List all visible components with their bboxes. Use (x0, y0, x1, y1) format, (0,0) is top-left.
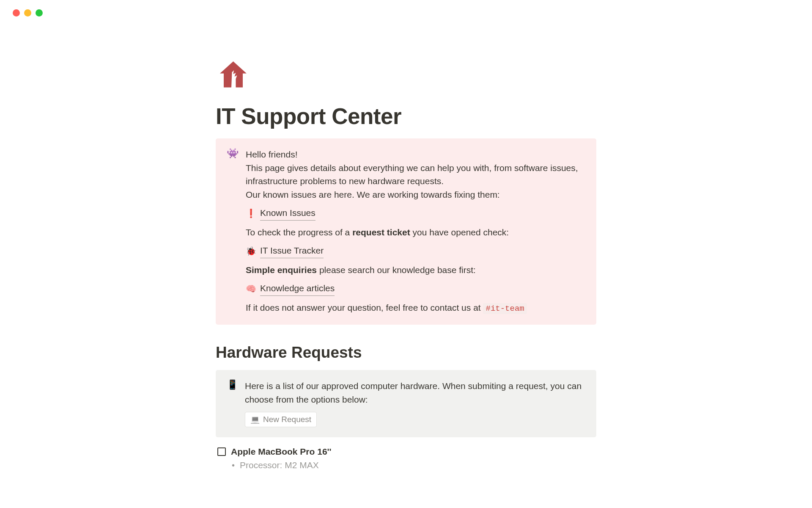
known-issues-link-label: Known Issues (260, 206, 315, 221)
simple-enquiries-suffix: please search our knowledge base first: (317, 265, 476, 275)
known-issues-link[interactable]: ❗ Known Issues (246, 206, 585, 221)
hardware-spec-row: • Processor: M2 MAX (216, 460, 596, 470)
contact-channel-tag[interactable]: #it-team (483, 303, 527, 314)
exclamation-icon: ❗ (246, 209, 256, 218)
intro-greeting: Hello friends! (246, 148, 585, 161)
ticket-check-text: To check the progress of a request ticke… (246, 226, 585, 239)
window-maximize-button[interactable] (36, 9, 43, 17)
page-icon-house-damaged[interactable] (217, 59, 249, 91)
hardware-item-name: Apple MacBook Pro 16'' (231, 447, 332, 457)
hardware-item-row[interactable]: Apple MacBook Pro 16'' (216, 447, 596, 457)
contact-text: If it does not answer your question, fee… (246, 301, 585, 315)
hardware-spec-processor: Processor: M2 MAX (240, 460, 319, 470)
page-content: IT Support Center 👾 Hello friends! This … (216, 17, 596, 470)
hardware-callout: 📱 Here is a list of our approved compute… (216, 370, 596, 437)
intro-callout: 👾 Hello friends! This page gives details… (216, 138, 596, 325)
hardware-callout-body: Here is a list of our approved computer … (245, 379, 585, 427)
intro-description: This page gives details about everything… (246, 161, 585, 188)
checkbox[interactable] (217, 447, 226, 456)
simple-enquiries-bold: Simple enquiries (246, 265, 317, 275)
ticket-check-suffix: you have opened check: (410, 227, 509, 237)
new-request-label: New Request (263, 415, 311, 424)
hardware-requests-heading: Hardware Requests (216, 344, 596, 362)
bullet-icon: • (232, 461, 235, 469)
remote-icon: 📱 (227, 380, 238, 427)
intro-known-issues-text: Our known issues are here. We are workin… (246, 188, 585, 202)
contact-prefix: If it does not answer your question, fee… (246, 303, 483, 312)
brain-icon: 🧠 (246, 284, 256, 293)
simple-enquiries-text: Simple enquiries please search our knowl… (246, 263, 585, 277)
knowledge-articles-link-label: Knowledge articles (260, 282, 335, 296)
window-controls (0, 0, 812, 17)
issue-tracker-link-label: IT Issue Tracker (260, 244, 324, 258)
window-close-button[interactable] (13, 9, 20, 17)
issue-tracker-link[interactable]: 🐞 IT Issue Tracker (246, 244, 585, 258)
laptop-icon: 💻 (250, 415, 260, 424)
new-request-button[interactable]: 💻 New Request (245, 412, 317, 427)
page-title: IT Support Center (216, 103, 596, 129)
window-minimize-button[interactable] (24, 9, 31, 17)
ticket-check-prefix: To check the progress of a (246, 227, 352, 237)
knowledge-articles-link[interactable]: 🧠 Knowledge articles (246, 282, 585, 296)
bug-icon: 🐞 (246, 247, 256, 255)
space-invader-icon: 👾 (227, 149, 239, 315)
hardware-callout-text: Here is a list of our approved computer … (245, 379, 585, 406)
intro-callout-body: Hello friends! This page gives details a… (246, 148, 585, 315)
ticket-check-bold: request ticket (352, 227, 410, 237)
